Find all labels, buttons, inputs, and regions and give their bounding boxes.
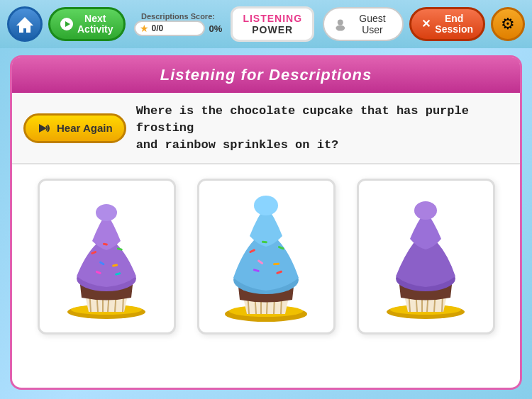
svg-marker-0 [16,17,33,33]
next-activity-button[interactable]: Next Activity [48,7,126,42]
choice-2[interactable] [197,179,336,335]
choice-1[interactable] [38,179,176,335]
settings-button[interactable]: ⚙ [491,7,525,41]
svg-point-15 [96,204,117,221]
x-icon: ✕ [421,17,431,30]
header: Next Activity Descriptions Score: ★ 0/0 … [0,0,532,48]
user-button[interactable]: Guest User [323,7,404,41]
svg-point-49 [414,201,437,220]
question-text: Where is the chocolate cupcake that has … [136,103,509,153]
logo-line1: LISTENING [243,13,302,24]
svg-point-3 [338,20,343,26]
end-session-label: End Session [435,13,473,35]
score-bar: ★ 0/0 [134,21,205,36]
main-content: Listening for Descriptions Hear Again Wh… [10,55,522,390]
score-bar-container: ★ 0/0 0% [134,21,223,36]
svg-point-4 [336,26,345,31]
question-area: Hear Again Where is the chocolate cupcak… [12,93,520,164]
svg-marker-5 [39,124,47,133]
user-label: Guest User [353,13,393,35]
score-value: 0/0 [152,23,164,33]
star-icon: ★ [140,23,149,34]
activity-title: Listening for Descriptions [12,57,520,93]
end-session-button[interactable]: ✕ End Session [409,7,485,42]
choices-area [12,164,520,342]
score-pct: 0% [209,23,223,34]
score-label: Descriptions Score: [141,12,215,21]
home-button[interactable] [7,6,43,42]
next-activity-label: Next Activity [77,13,113,35]
gear-icon: ⚙ [501,15,515,33]
choice-3[interactable] [357,179,495,335]
svg-point-32 [254,196,278,215]
score-section: Descriptions Score: ★ 0/0 0% [134,12,223,36]
hear-again-label: Hear Again [57,122,113,134]
hear-again-button[interactable]: Hear Again [23,113,126,143]
logo-button[interactable]: LISTENING POWER [231,6,314,42]
logo-line2: POWER [243,24,302,35]
